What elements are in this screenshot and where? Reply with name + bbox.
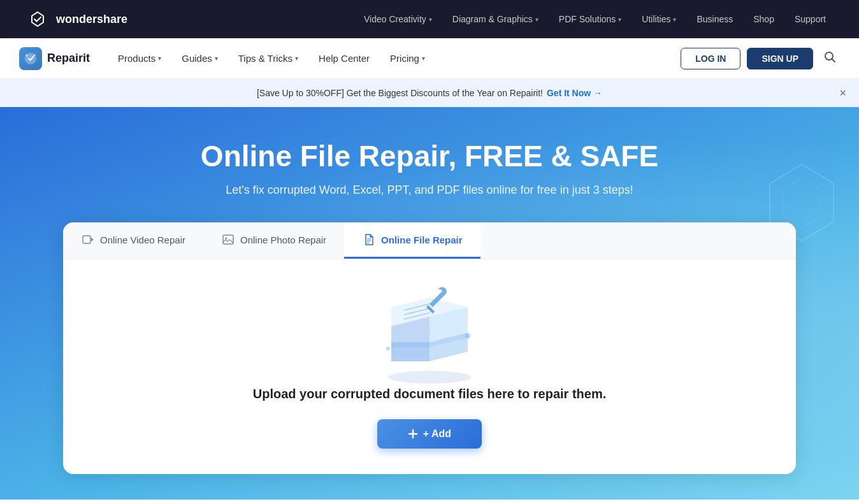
chevron-icon: ▾: [422, 55, 425, 62]
hero-title: Online File Repair, FREE & SAFE: [201, 139, 658, 173]
svg-point-18: [386, 347, 390, 350]
top-nav-logo[interactable]: wondershare: [25, 7, 127, 31]
tab-video-label: Online Video Repair: [100, 234, 185, 245]
chevron-icon: ▾: [535, 16, 538, 23]
tab-online-file-repair[interactable]: Online File Repair: [344, 222, 480, 259]
banner-link[interactable]: Get It Now →: [547, 88, 602, 98]
promo-banner: [Save Up to 30%OFF] Get the Biggest Disc…: [0, 79, 859, 107]
file-tab-icon: [362, 233, 376, 247]
hero-subtitle: Let's fix corrupted Word, Excel, PPT, an…: [226, 184, 633, 197]
chevron-icon: ▾: [618, 16, 621, 23]
tab-online-photo-repair[interactable]: Online Photo Repair: [203, 222, 344, 259]
svg-point-6: [225, 238, 227, 240]
add-file-button[interactable]: + Add: [377, 419, 482, 449]
tab-online-video-repair[interactable]: Online Video Repair: [63, 222, 203, 259]
brand-logo[interactable]: Repairit: [19, 47, 90, 70]
brand-name: Repairit: [47, 52, 90, 65]
chevron-icon: ▾: [158, 55, 161, 62]
repair-tabs: Online Video Repair Online Photo Repair: [63, 222, 796, 259]
topnav-utilities[interactable]: Utilities ▾: [634, 10, 684, 28]
top-nav-logo-text: wondershare: [56, 13, 127, 26]
svg-marker-4: [91, 238, 94, 241]
subnav-pricing[interactable]: Pricing ▾: [381, 48, 434, 69]
svg-line-2: [832, 59, 835, 62]
video-tab-icon: [81, 233, 95, 247]
topnav-diagram-graphics[interactable]: Diagram & Graphics ▾: [445, 10, 546, 28]
svg-rect-3: [83, 236, 90, 243]
subnav-help-center[interactable]: Help Center: [310, 48, 379, 69]
top-nav-links: Video Creativity ▾ Diagram & Graphics ▾ …: [356, 10, 834, 28]
subnav-tips-tricks[interactable]: Tips & Tricks ▾: [229, 48, 307, 69]
chevron-icon: ▾: [429, 16, 432, 23]
signup-button[interactable]: SIGN UP: [747, 48, 813, 69]
subnav-guides[interactable]: Guides ▾: [173, 48, 227, 69]
close-icon[interactable]: ×: [839, 87, 846, 99]
chevron-icon: ▾: [215, 55, 218, 62]
sub-navigation: Repairit Products ▾ Guides ▾ Tips & Tric…: [0, 38, 859, 79]
plus-icon: [408, 429, 418, 439]
banner-text: [Save Up to 30%OFF] Get the Biggest Disc…: [257, 88, 543, 98]
topnav-video-creativity[interactable]: Video Creativity ▾: [356, 10, 440, 28]
topnav-business[interactable]: Business: [689, 10, 740, 28]
svg-rect-5: [223, 235, 233, 244]
repair-content-area: Upload your corrupted document files her…: [63, 259, 796, 474]
add-button-label: + Add: [423, 428, 451, 440]
topnav-shop[interactable]: Shop: [746, 10, 782, 28]
svg-rect-0: [25, 7, 50, 31]
sub-nav-actions: LOG IN SIGN UP: [681, 47, 840, 70]
tab-file-label: Online File Repair: [381, 234, 463, 245]
repairit-icon: [19, 47, 42, 70]
login-button[interactable]: LOG IN: [681, 48, 740, 69]
photo-tab-icon: [221, 233, 235, 247]
hero-section: Online File Repair, FREE & SAFE Let's fi…: [0, 107, 859, 500]
tab-photo-label: Online Photo Repair: [240, 234, 326, 245]
top-navigation: wondershare Video Creativity ▾ Diagram &…: [0, 0, 859, 38]
file-illustration: [366, 285, 493, 387]
sub-nav-links: Products ▾ Guides ▾ Tips & Tricks ▾ Help…: [109, 48, 681, 69]
svg-point-10: [388, 371, 471, 384]
chevron-icon: ▾: [295, 55, 298, 62]
topnav-support[interactable]: Support: [787, 10, 834, 28]
subnav-products[interactable]: Products ▾: [109, 48, 170, 69]
chevron-icon: ▾: [673, 16, 676, 23]
search-icon[interactable]: [819, 47, 840, 70]
topnav-pdf-solutions[interactable]: PDF Solutions ▾: [551, 10, 629, 28]
upload-instruction: Upload your corrupted document files her…: [253, 387, 607, 401]
svg-point-17: [465, 333, 470, 338]
repair-card: Online Video Repair Online Photo Repair: [63, 222, 796, 474]
